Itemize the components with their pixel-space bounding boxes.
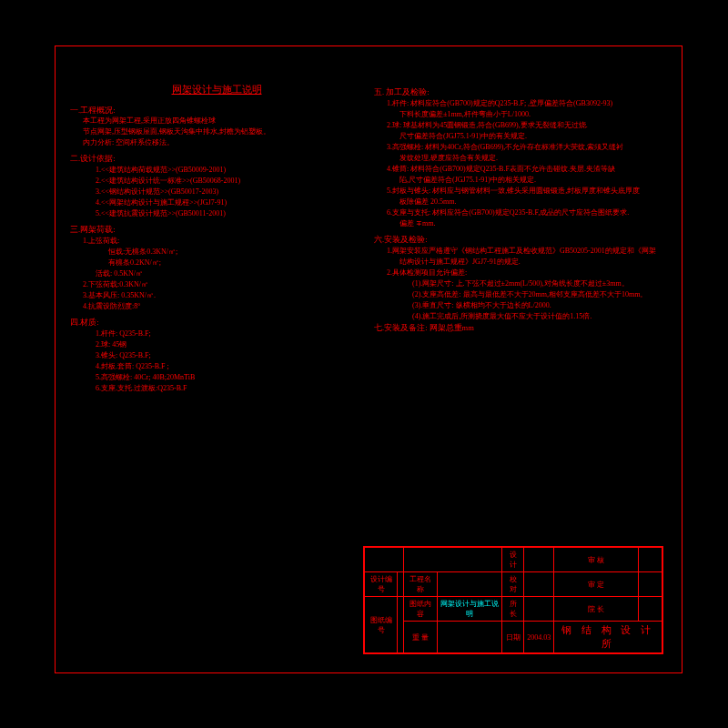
text-line: 4.抗震设防烈度:8° xyxy=(83,301,363,312)
list-item: 1.杆件: Q235-B.F; xyxy=(96,329,363,339)
list-item: 2.球: 45钢 xyxy=(96,339,363,350)
list-item: 1.网架安装应严格遵守《钢结构工程施工及检收规范》GB50205-2001的规定… xyxy=(387,246,667,257)
content-area: 网架设计与施工说明 一.工程概况: 本工程为网架工程,采用正放四角锥螺栓球 节点… xyxy=(65,78,672,663)
list-item: 4.<<网架结构设计与施工规程>>(JGJ7-91) xyxy=(96,197,363,208)
text-line: 偏差 ∓mm. xyxy=(399,218,667,229)
s7-header: 七.安装及备注: 网架总重mm xyxy=(374,322,667,334)
left-column: 网架设计与施工说明 一.工程概况: 本工程为网架工程,采用正放四角锥螺栓球 节点… xyxy=(65,78,369,663)
list-item: 6.支座与支托: 材料应符合(GB700)规定Q235-B.F,成品的尺寸应符合… xyxy=(387,207,667,218)
list-item: 4.锥筒: 材料符合(GB700)规定Q235-B.F表面不允许击碰纹.夹层.夹… xyxy=(387,164,667,175)
list-item: 1.<<建筑结构荷载规范>>(GB50009-2001) xyxy=(96,165,363,176)
s6-header: 六.安装及检验: xyxy=(374,234,667,246)
text-line: 有檩条0.2KN/㎡; xyxy=(108,258,363,268)
section-6: 六.安装及检验: 1.网架安装应严格遵守《钢结构工程施工及检收规范》GB5020… xyxy=(374,234,667,322)
list-item: 5.高强螺栓: 40Cr; 40B;20MnTiB xyxy=(96,372,363,383)
list-item: 3.<<钢结构设计规范>>(GB50017-2003) xyxy=(96,187,363,197)
cell: 工程名称 xyxy=(404,572,437,597)
list-item: 5.封板与锥头: 材料应与钢管材料一致,锥头采用圆锻锻造,封板厚度和锥头底厚度 xyxy=(387,186,667,197)
cell: 图纸内容 xyxy=(404,597,437,622)
text-line: 结构设计与施工规程》JGJ7-91的规定. xyxy=(399,257,667,268)
text-line: (2).支座高低差: 最高与最低差不大于20mm,相邻支座高低差不大于10mm。 xyxy=(412,289,667,300)
list-item: 2.球: 球基材料为45圆钢锻造,符合(GB699),要求无裂缝和无过烧. xyxy=(387,120,667,131)
list-item: 2.具体检测项目允许偏差: xyxy=(387,268,667,278)
cell: 图纸编号 xyxy=(365,597,398,653)
text-line: 板除偏差 20.5mm. xyxy=(399,197,667,207)
list-item: 2.<<建筑结构设计统一标准>>(GB50068-2001) xyxy=(96,176,363,187)
section-2: 二.设计依据: 1.<<建筑结构荷载规范>>(GB50009-2001) 2.<… xyxy=(70,153,363,219)
cell: 日期 xyxy=(502,622,524,653)
s1-header: 一.工程概况: xyxy=(70,105,363,116)
s3-header: 三.网架荷载: xyxy=(70,224,363,236)
text-line: 尺寸偏差符合(JGJ75.1-91)中的有关规定. xyxy=(399,131,667,142)
drawing-content-name: 网架设计与施工说明 xyxy=(437,597,502,622)
text-line: 下料长度偏差±1mm,杆件弯曲小于L/1000. xyxy=(399,109,667,120)
doc-title: 网架设计与施工说明 xyxy=(70,82,363,97)
text-line: 内力分析: 空间杆系位移法。 xyxy=(83,137,363,148)
text-line: 2.下弦荷载:0.3KN/㎡ xyxy=(83,279,363,290)
org-name: 钢 结 构 设 计 所 xyxy=(554,622,662,653)
text-line: (3).垂直尺寸: 纵横相均不大于边长的L/2000. xyxy=(412,300,667,311)
cell: 2004.03 xyxy=(524,622,554,653)
section-3: 三.网架荷载: 1.上弦荷载: 恒载:无檩条0.3KN/㎡; 有檩条0.2KN/… xyxy=(70,224,363,312)
s4-header: 四.材质: xyxy=(70,317,363,329)
s5-header: 五. 加工及检验: xyxy=(374,86,667,98)
list-item: 1.杆件: 材料应符合(GB700)规定的Q235-B.F; ,壁厚偏差符合(G… xyxy=(387,98,667,109)
list-item: 3.高强螺栓: 材料为40Cr,符合(GB699),不允许存在标准洋大荧纹,索须… xyxy=(387,142,667,153)
list-item: 4.封板.套筒: Q235-B.F ; xyxy=(96,361,363,372)
text-line: 1.上弦荷载: xyxy=(83,236,363,247)
cell: 重 量 xyxy=(404,622,437,653)
text-line: 3.基本风压: 0.35KN/㎡. xyxy=(83,290,363,301)
text-line: 节点网架,压型钢板屋面,钢板天沟集中排水,封檐为铝塑板。 xyxy=(83,126,363,137)
cell: 院 长 xyxy=(554,597,638,622)
title-block-table: 设 计 审 核 设计编号 工程名称 校 对 审 定 图纸编号 图纸内容 网架设计… xyxy=(364,547,662,653)
section-4: 四.材质: 1.杆件: Q235-B.F; 2.球: 45钢 3.锥头: Q23… xyxy=(70,317,363,394)
s2-header: 二.设计依据: xyxy=(70,153,363,165)
title-block: 设 计 审 核 设计编号 工程名称 校 对 审 定 图纸编号 图纸内容 网架设计… xyxy=(363,546,663,654)
text-line: 恒载:无檩条0.3KN/㎡; xyxy=(108,247,363,258)
list-item: 6.支座.支托.过渡板:Q235-B.F xyxy=(96,383,363,394)
cell: 设 计 xyxy=(502,548,524,572)
drawing-sheet: 网架设计与施工说明 一.工程概况: 本工程为网架工程,采用正放四角锥螺栓球 节点… xyxy=(55,46,682,673)
text-line: 本工程为网架工程,采用正放四角锥螺栓球 xyxy=(83,116,363,126)
section-1: 一.工程概况: 本工程为网架工程,采用正放四角锥螺栓球 节点网架,压型钢板屋面,… xyxy=(70,105,363,149)
cell: 校 对 xyxy=(502,572,524,597)
text-line: 发纹处理,硬度应符合有关规定. xyxy=(399,153,667,164)
cell: 审 核 xyxy=(554,548,638,572)
text-line: 陷,尺寸偏差符合(JGJ75.1-91)中的相关规定. xyxy=(399,175,667,186)
cell: 设计编号 xyxy=(365,572,398,597)
text-line: (4).施工完成后,所测挠度最大值不应大于设计值的1.15倍. xyxy=(412,311,667,322)
cell: 所 长 xyxy=(502,597,524,622)
text-line: (1).网架尺寸: 上.下弦不超过±2mm(L/500),对角线长度不超过±3m… xyxy=(412,278,667,289)
text-line: 活载: 0.5KN/㎡ xyxy=(96,268,363,279)
section-5: 五. 加工及检验: 1.杆件: 材料应符合(GB700)规定的Q235-B.F;… xyxy=(374,86,667,229)
list-item: 3.锥头: Q235-B.F; xyxy=(96,350,363,361)
list-item: 5.<<建筑抗震设计规范>>(GB50011-2001) xyxy=(96,208,363,219)
cell: 审 定 xyxy=(554,572,638,597)
